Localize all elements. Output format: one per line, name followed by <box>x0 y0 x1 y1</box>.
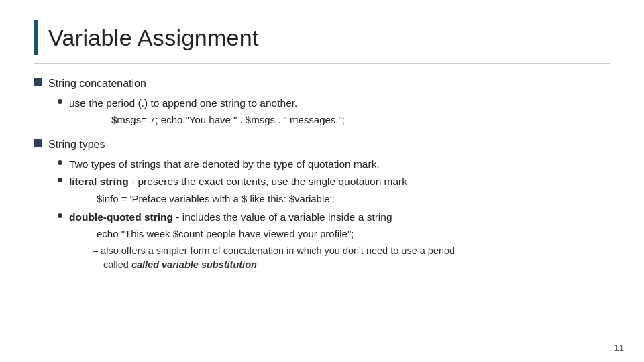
types-item-2: literal string - preseres the exact cont… <box>69 174 407 189</box>
literal-code: $info = 'Preface variables with a $ like… <box>97 191 610 206</box>
list-item: use the period (.) to append one string … <box>58 95 610 111</box>
bullet-dot-2 <box>58 160 62 165</box>
dash-note-2: called called variable substitution <box>103 258 610 272</box>
title-accent <box>34 20 38 55</box>
bullet-dot-3 <box>58 178 62 182</box>
list-item: Two types of strings that are denoted by… <box>58 156 610 172</box>
list-item: literal string - preseres the exact cont… <box>58 174 610 189</box>
bullet-dot-4 <box>58 213 62 218</box>
variable-substitution-term: called variable substitution <box>131 259 257 270</box>
concat-code: $msgs= 7; echo "You have " . $msgs . " m… <box>111 112 610 127</box>
types-item-1: Two types of strings that are denoted by… <box>69 156 380 172</box>
section-label-2: String types <box>48 137 105 154</box>
section-bullet-1 <box>34 78 42 86</box>
double-quoted-rest: - includes the value of a variable insid… <box>173 211 392 223</box>
title-area: Variable Assignment <box>34 20 610 55</box>
literal-string-term: literal string <box>69 176 129 187</box>
double-quoted-term: double-quoted string <box>69 211 173 223</box>
types-item-3: double-quoted string - includes the valu… <box>69 209 392 225</box>
slide: Variable Assignment String concatenation… <box>0 0 644 362</box>
list-item: double-quoted string - includes the valu… <box>58 209 610 225</box>
title-divider <box>34 63 610 64</box>
bullet-dot-1 <box>58 99 62 104</box>
content-area: String concatenation use the period (.) … <box>34 76 610 272</box>
section-string-concat: String concatenation <box>34 76 610 93</box>
dash-note: – also offers a simpler form of concaten… <box>93 244 610 258</box>
literal-string-rest: - preseres the exact contents, use the s… <box>129 176 407 187</box>
section-label-1: String concatenation <box>48 76 146 93</box>
section-string-types: String types <box>34 137 610 154</box>
double-quoted-code: echo "This week $count people have viewe… <box>97 226 610 241</box>
page-number: 11 <box>614 343 624 353</box>
section-bullet-2 <box>34 139 42 147</box>
concat-items: use the period (.) to append one string … <box>58 95 610 128</box>
slide-title: Variable Assignment <box>48 25 259 51</box>
concat-item-text: use the period (.) to append one string … <box>69 95 297 111</box>
types-items: Two types of strings that are denoted by… <box>58 156 610 272</box>
